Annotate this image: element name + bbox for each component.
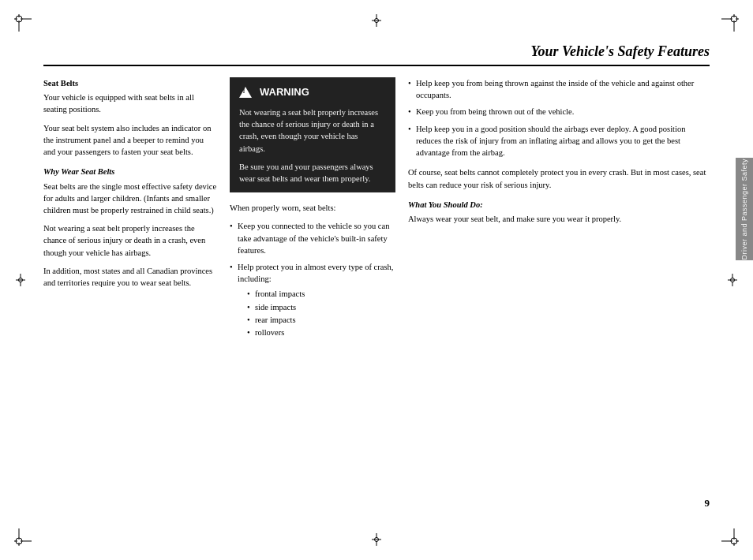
warning-triangle-icon: ! xyxy=(239,87,252,98)
middle-bullet-1: Keep you connected to the vehicle so you… xyxy=(230,220,395,256)
right-column: Help keep you from being thrown against … xyxy=(408,77,710,511)
page: Driver and Passenger Safety Your Vehicle… xyxy=(0,0,753,560)
sidebar-tab: Driver and Passenger Safety xyxy=(736,158,753,260)
sub-item-1: frontal impacts xyxy=(247,288,395,300)
right-bullet-1: Help keep you from being thrown against … xyxy=(408,77,710,101)
main-columns: Seat Belts Your vehicle is equipped with… xyxy=(43,77,710,511)
corner-mark-tl xyxy=(14,14,32,32)
why-wear-heading: Why Wear Seat Belts xyxy=(43,166,217,177)
left-para4: Not wearing a seat belt properly increas… xyxy=(43,222,217,259)
right-bullet-list: Help keep you from being thrown against … xyxy=(408,77,710,159)
middle-lower: When properly worn, seat belts: Keep you… xyxy=(230,202,395,338)
right-para1: Of course, seat belts cannot completely … xyxy=(408,166,710,190)
right-bullet-2: Keep you from being thrown out of the ve… xyxy=(408,106,710,118)
left-para2: Your seat belt system also includes an i… xyxy=(43,122,217,159)
right-bullet-3: Help keep you in a good position should … xyxy=(408,123,710,159)
sub-item-3: rear impacts xyxy=(247,314,395,326)
left-para3: Seat belts are the single most effective… xyxy=(43,181,217,217)
left-para1: Your vehicle is equipped with seat belts… xyxy=(43,91,217,115)
warning-title: ! WARNING xyxy=(239,85,386,100)
page-number: 9 xyxy=(705,496,710,511)
sub-item-4: rollovers xyxy=(247,327,395,338)
what-you-should-do-heading: What You Should Do: xyxy=(408,199,710,211)
corner-mark-tr xyxy=(721,14,739,32)
corner-mark-bl xyxy=(14,528,32,546)
seat-belts-heading: Seat Belts xyxy=(43,77,217,89)
sidebar-label: Driver and Passenger Safety xyxy=(740,159,748,260)
sub-item-2: side impacts xyxy=(247,301,395,313)
left-para5: In addition, most states and all Canadia… xyxy=(43,265,217,289)
left-column: Seat Belts Your vehicle is equipped with… xyxy=(43,77,217,511)
middle-sub-list: frontal impacts side impacts rear impact… xyxy=(247,288,395,338)
warning-box: ! WARNING Not wearing a seat belt proper… xyxy=(230,77,395,192)
page-title: Your Vehicle's Safety Features xyxy=(43,43,710,66)
content-area: Your Vehicle's Safety Features Seat Belt… xyxy=(43,43,710,517)
center-mark-bottom xyxy=(370,533,383,546)
warning-para1: Not wearing a seat belt properly increas… xyxy=(239,106,386,155)
right-para2: Always wear your seat belt, and make sur… xyxy=(408,213,710,225)
center-mark-top xyxy=(370,14,383,27)
center-mark-right xyxy=(726,274,739,286)
middle-column: ! WARNING Not wearing a seat belt proper… xyxy=(230,77,395,511)
warning-para2: Be sure you and your passengers always w… xyxy=(239,161,386,185)
center-mark-left xyxy=(14,274,27,286)
middle-bullet-2: Help protect you in almost every type of… xyxy=(230,261,395,338)
middle-intro: When properly worn, seat belts: xyxy=(230,202,395,214)
middle-bullet-list: Keep you connected to the vehicle so you… xyxy=(230,220,395,338)
corner-mark-br xyxy=(721,528,739,546)
